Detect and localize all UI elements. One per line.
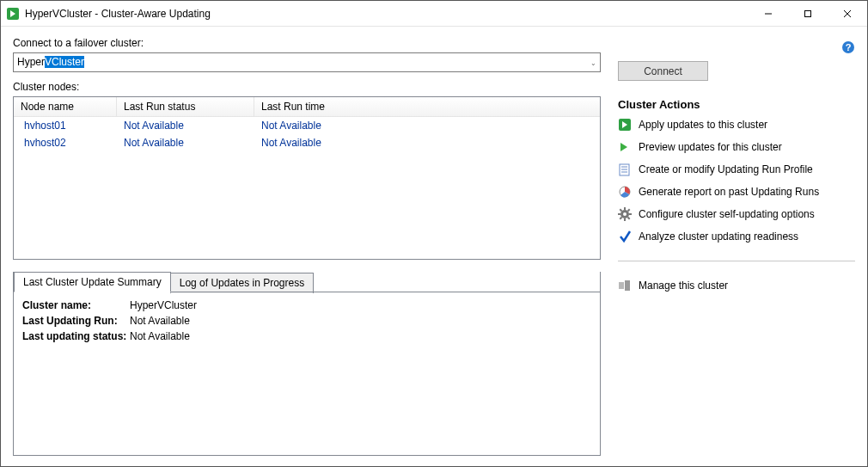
close-button[interactable] (828, 1, 867, 27)
left-column: Connect to a failover cluster: HyperVClu… (13, 37, 601, 456)
help-icon[interactable]: ? (841, 40, 855, 58)
action-label: Preview updates for this cluster (639, 141, 782, 153)
connect-label: Connect to a failover cluster: (13, 37, 601, 49)
grid-header: Node name Last Run status Last Run time (14, 97, 600, 117)
svg-text:?: ? (846, 42, 852, 52)
apply-icon (618, 118, 632, 132)
svg-line-22 (628, 209, 630, 211)
col-header-time[interactable]: Last Run time (254, 97, 600, 116)
action-label: Apply updates to this cluster (639, 119, 767, 131)
summary-cluster-name-label: Cluster name: (22, 299, 130, 311)
cell-status: Not Available (117, 134, 254, 151)
action-label: Configure cluster self-updating options (639, 208, 815, 220)
cluster-icon (618, 279, 632, 292)
gear-icon (618, 207, 632, 221)
action-apply-updates[interactable]: Apply updates to this cluster (618, 118, 855, 132)
content-area: Connect to a failover cluster: HyperVClu… (1, 27, 867, 466)
cell-time: Not Available (254, 134, 600, 151)
cluster-actions-list: Apply updates to this cluster Preview up… (618, 118, 855, 292)
summary-last-run-value: Not Available (130, 315, 190, 327)
cell-time: Not Available (254, 117, 600, 134)
action-manage-cluster[interactable]: Manage this cluster (618, 279, 855, 292)
cluster-actions-title: Cluster Actions (618, 98, 855, 111)
col-header-name[interactable]: Node name (14, 97, 117, 116)
cluster-nodes-grid: Node name Last Run status Last Run time … (13, 96, 601, 260)
col-header-status[interactable]: Last Run status (117, 97, 254, 116)
svg-rect-2 (805, 10, 811, 16)
profile-icon (618, 163, 632, 176)
grid-body: hvhost01 Not Available Not Available hvh… (14, 117, 600, 259)
preview-icon (618, 140, 632, 154)
checkmark-icon (618, 230, 632, 243)
tabstrip: Last Cluster Update Summary Log of Updat… (14, 272, 600, 292)
svg-point-14 (623, 212, 627, 216)
svg-line-19 (620, 209, 621, 211)
svg-line-20 (628, 218, 630, 219)
action-label: Create or modify Updating Run Profile (639, 163, 813, 175)
tab-summary[interactable]: Last Cluster Update Summary (14, 272, 171, 292)
action-preview-updates[interactable]: Preview updates for this cluster (618, 140, 855, 154)
cluster-name-combobox[interactable]: HyperVCluster ⌄ (13, 52, 601, 72)
action-generate-report[interactable]: Generate report on past Updating Runs (618, 185, 855, 199)
app-icon (6, 7, 20, 21)
report-icon (618, 185, 632, 199)
tabs-box: Last Cluster Update Summary Log of Updat… (13, 272, 601, 456)
window-title: HyperVCluster - Cluster-Aware Updating (25, 8, 749, 20)
titlebar: HyperVCluster - Cluster-Aware Updating (1, 1, 867, 27)
app-window: HyperVCluster - Cluster-Aware Updating C… (0, 0, 868, 467)
svg-rect-23 (619, 282, 624, 289)
tab-summary-body: Cluster name: HyperVCluster Last Updatin… (14, 292, 600, 455)
actions-separator (618, 261, 855, 261)
summary-last-status-label: Last updating status: (22, 330, 130, 342)
cell-node-name: hvhost01 (14, 117, 117, 134)
minimize-button[interactable] (749, 1, 788, 27)
cell-node-name: hvhost02 (14, 134, 117, 151)
action-analyze-readiness[interactable]: Analyze cluster updating readiness (618, 230, 855, 243)
svg-line-21 (620, 218, 621, 219)
summary-last-status-value: Not Available (130, 330, 190, 342)
chevron-down-icon: ⌄ (590, 58, 596, 66)
action-configure-self-updating[interactable]: Configure cluster self-updating options (618, 207, 855, 221)
connect-row: Connect to a failover cluster: HyperVClu… (13, 37, 601, 72)
action-label: Analyze cluster updating readiness (639, 230, 798, 243)
summary-last-run-label: Last Updating Run: (22, 315, 130, 327)
maximize-button[interactable] (788, 1, 828, 27)
cell-status: Not Available (117, 117, 254, 134)
table-row[interactable]: hvhost02 Not Available Not Available (14, 134, 600, 151)
action-updating-profile[interactable]: Create or modify Updating Run Profile (618, 163, 855, 176)
right-column: ? Connect Cluster Actions Apply updates … (614, 37, 855, 456)
tab-log[interactable]: Log of Updates in Progress (170, 273, 314, 293)
summary-cluster-name-value: HyperVCluster (130, 299, 197, 311)
table-row[interactable]: hvhost01 Not Available Not Available (14, 117, 600, 134)
action-label: Manage this cluster (639, 280, 728, 292)
cluster-name-input-text: HyperVCluster (14, 53, 88, 71)
cluster-nodes-label: Cluster nodes: (13, 81, 601, 93)
action-label: Generate report on past Updating Runs (639, 186, 819, 198)
svg-rect-24 (625, 280, 630, 291)
connect-button[interactable]: Connect (618, 61, 708, 81)
